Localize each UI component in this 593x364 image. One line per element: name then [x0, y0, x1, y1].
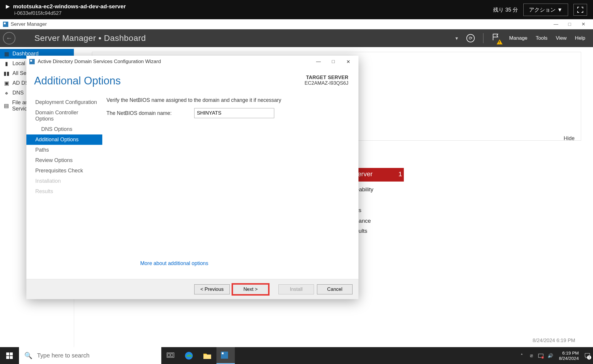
start-button[interactable] — [0, 347, 19, 364]
windows-logo-icon — [6, 352, 13, 359]
menu-tools[interactable]: Tools — [536, 35, 548, 41]
wizard-titlebar[interactable]: Active Directory Domain Services Configu… — [26, 56, 358, 68]
warning-badge-icon — [497, 39, 503, 44]
wizard-heading: Additional Options — [34, 75, 121, 87]
refresh-button[interactable]: ⟳ — [466, 34, 475, 42]
server-manager-title: Server Manager — [11, 21, 47, 27]
session-bar: ▶ mototsuka-ec2-windows-ad-dev-ad-server… — [0, 0, 593, 19]
svg-rect-2 — [171, 354, 173, 357]
play-icon: ▶ — [6, 4, 9, 9]
search-icon: 🔍 — [24, 352, 32, 360]
back-button[interactable]: ← — [3, 32, 15, 44]
netbios-label: The NetBIOS domain name: — [106, 110, 194, 116]
svg-text:×: × — [542, 356, 543, 359]
edge-button[interactable] — [180, 347, 198, 364]
wizard-nav-prereq-check[interactable]: Prerequisites Check — [26, 166, 102, 176]
action-button[interactable]: アクション ▼ — [523, 4, 568, 16]
taskbar-clock[interactable]: 6:19 PM 8/24/2024 — [556, 350, 582, 361]
search-placeholder: Type here to search — [37, 352, 90, 359]
tray-sound-icon[interactable]: 🔊 — [546, 352, 554, 360]
dns-icon: 🜨 — [4, 90, 9, 96]
server-manager-taskbar-button[interactable] — [216, 347, 235, 364]
server-manager-icon — [221, 352, 228, 359]
notification-count: 1 — [587, 355, 591, 360]
tray-network-icon[interactable]: × — [537, 352, 545, 360]
maximize-button[interactable]: □ — [563, 20, 576, 29]
wizard-nav: Deployment Configuration Domain Controll… — [26, 92, 102, 279]
tile-count: 1 — [398, 170, 402, 178]
ad-icon: ▣ — [4, 80, 9, 86]
dashboard-icon: ▦ — [4, 51, 9, 57]
wizard-instruction: Verify the NetBIOS name assigned to the … — [106, 97, 347, 103]
tray-up-icon[interactable]: ˄ — [518, 352, 526, 360]
notifications-button[interactable] — [492, 34, 501, 43]
wizard-icon — [29, 59, 35, 64]
next-button[interactable]: Next > — [233, 284, 268, 294]
netbios-input[interactable] — [194, 108, 274, 118]
tray-display-icon[interactable]: ⎚ — [527, 352, 535, 360]
clock-time: 6:19 PM — [559, 350, 579, 356]
separator — [483, 33, 484, 43]
svg-rect-1 — [168, 354, 170, 357]
edge-icon — [184, 351, 193, 360]
taskbar: 🔍 Type here to search ˄ ⎚ × 🔊 6:19 PM 8/… — [0, 347, 593, 364]
dropdown-caret-icon[interactable]: ▾ — [455, 35, 458, 41]
svg-rect-4 — [203, 355, 211, 359]
last-refresh-time: 8/24/2024 6:19 PM — [533, 338, 575, 344]
wizard-minimize-button[interactable]: — — [311, 56, 326, 67]
breadcrumb: Server Manager • Dashboard — [34, 33, 146, 43]
close-button[interactable]: ✕ — [576, 20, 590, 29]
fullscreen-button[interactable] — [573, 4, 587, 16]
task-view-icon — [167, 352, 174, 359]
wizard-content: Verify the NetBIOS name assigned to the … — [102, 92, 358, 279]
fullscreen-icon — [577, 7, 583, 13]
server-manager-header: ← Server Manager • Dashboard ▾ ⟳ Manage … — [0, 29, 593, 47]
wizard-nav-additional-options[interactable]: Additional Options — [26, 134, 102, 145]
wizard-close-button[interactable]: ✕ — [341, 56, 356, 67]
server-manager-titlebar[interactable]: Server Manager — □ ✕ — [0, 19, 593, 29]
folder-icon — [203, 352, 212, 360]
previous-button[interactable]: < Previous — [194, 284, 230, 294]
notification-center-button[interactable]: 1 — [584, 352, 591, 360]
wizard-nav-dc-options[interactable]: Domain Controller Options — [26, 108, 102, 124]
clock-date: 8/24/2024 — [559, 356, 579, 361]
cancel-button[interactable]: Cancel — [317, 284, 353, 294]
wizard-title: Active Directory Domain Services Configu… — [38, 59, 161, 65]
wizard-nav-installation: Installation — [26, 176, 102, 186]
hide-link[interactable]: Hide — [564, 135, 575, 142]
server-icon: ▮ — [4, 61, 9, 67]
explorer-button[interactable] — [198, 347, 216, 364]
session-instance-id: i-0633ef015fc94d527 — [14, 10, 126, 16]
forward-button[interactable] — [20, 32, 32, 44]
menu-help[interactable]: Help — [575, 35, 585, 41]
wizard-nav-paths[interactable]: Paths — [26, 145, 102, 155]
taskbar-search[interactable]: 🔍 Type here to search — [19, 347, 161, 364]
target-server-value: EC2AMAZ-I93QS6J — [305, 80, 348, 86]
wizard-footer: < Previous Next > Install Cancel — [26, 279, 358, 299]
menu-manage[interactable]: Manage — [509, 35, 527, 41]
storage-icon: ▤ — [4, 103, 9, 109]
server-manager-icon — [3, 22, 8, 27]
wizard-nav-review-options[interactable]: Review Options — [26, 155, 102, 166]
task-view-button[interactable] — [161, 347, 180, 364]
action-label: アクション ▼ — [529, 6, 562, 13]
wizard-maximize-button[interactable]: □ — [326, 56, 341, 67]
wizard-nav-dns-options[interactable]: DNS Options — [26, 124, 102, 134]
session-title: mototsuka-ec2-windows-ad-dev-ad-server — [13, 3, 126, 10]
wizard-nav-results: Results — [26, 186, 102, 197]
menu-view[interactable]: View — [556, 35, 567, 41]
wizard-nav-deployment-config[interactable]: Deployment Configuration — [26, 97, 102, 108]
minimize-button[interactable]: — — [549, 20, 563, 29]
install-button: Install — [278, 284, 314, 294]
ad-ds-config-wizard: Active Directory Domain Services Configu… — [26, 56, 358, 299]
sidebar-label: DNS — [12, 90, 24, 96]
target-server-label: TARGET SERVER — [305, 75, 348, 80]
session-remaining: 残り 35 分 — [493, 6, 518, 13]
system-tray: ˄ ⎚ × 🔊 6:19 PM 8/24/2024 1 — [518, 350, 593, 361]
servers-icon: ▮▮ — [4, 70, 9, 76]
more-about-link[interactable]: More about additional options — [136, 260, 208, 272]
